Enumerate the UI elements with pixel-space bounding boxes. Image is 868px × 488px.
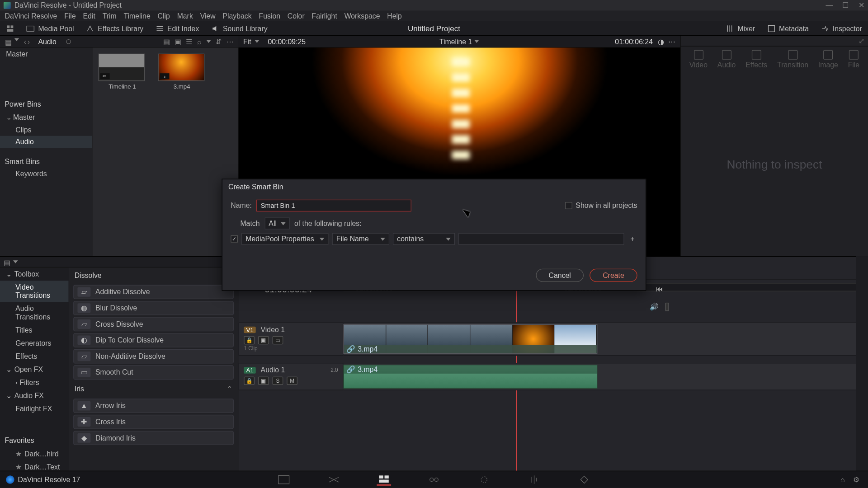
fx-cross-dissolve[interactable]: ▱Cross Dissolve [73, 317, 234, 332]
track-header-v1[interactable]: V1Video 1 🔒 ▣ ▭ 1 Clip [238, 322, 343, 356]
track-header-a1[interactable]: A1Audio 12.0 🔒 ▣ S M [238, 363, 343, 390]
inspector-toggle[interactable]: Inspector [815, 24, 868, 32]
edit-index-toggle[interactable]: Edit Index [149, 21, 205, 35]
lock-icon[interactable]: 🔒 [244, 336, 255, 344]
fx-generators[interactable]: Generators [0, 337, 69, 350]
page-fairlight[interactable] [527, 474, 542, 485]
fx-arrow-iris[interactable]: ▲Arrow Iris [73, 399, 234, 413]
timeline-name[interactable]: Timeline 1 [439, 37, 472, 45]
inspector-tab-file[interactable]: File [848, 50, 860, 69]
solo-button[interactable]: S [273, 376, 283, 385]
rule-category-select[interactable]: MediaPool Properties [241, 233, 329, 245]
fx-video-transitions[interactable]: Video Transitions [0, 281, 69, 302]
rule-operator-select[interactable]: contains [393, 233, 455, 245]
sound-library-toggle[interactable]: Sound Library [205, 21, 274, 35]
menu-fairlight[interactable]: Fairlight [312, 12, 337, 20]
menu-view[interactable]: View [200, 12, 216, 20]
menu-timeline[interactable]: Timeline [124, 12, 151, 20]
inspector-tab-video[interactable]: Video [689, 50, 708, 69]
fx-smooth-cut[interactable]: ▭Smooth Cut [73, 365, 234, 380]
auto-select-icon[interactable]: ▣ [258, 336, 269, 344]
sb-keywords[interactable]: Keywords [0, 168, 92, 180]
pb-clips[interactable]: Clips [0, 124, 92, 136]
page-color[interactable] [477, 474, 491, 485]
clip-3mp4[interactable]: ♪ 3.mp4 [158, 54, 205, 90]
rule-value-input[interactable] [458, 233, 624, 245]
lock-icon[interactable]: 🔒 [244, 376, 255, 385]
fx-panel-icon[interactable]: ▤ [4, 258, 11, 266]
fx-additive-dissolve[interactable]: ▱Additive Dissolve [73, 285, 234, 299]
match-mode-select[interactable]: All [264, 217, 289, 229]
nav-back-icon[interactable]: ‹ [24, 37, 26, 45]
chevron-down-icon[interactable] [255, 40, 260, 43]
viewer-options-icon[interactable]: ⋯ [668, 37, 675, 45]
fx-blur-dissolve[interactable]: ◍Blur Dissolve [73, 301, 234, 315]
bin-dropdown-icon[interactable] [14, 38, 19, 41]
minimize-button[interactable]: — [826, 1, 833, 9]
zoom-fit-label[interactable]: Fit [243, 37, 251, 45]
close-button[interactable]: ✕ [859, 1, 864, 9]
fav-1[interactable]: ★ Dark…hird [0, 447, 69, 460]
clip-timeline-1[interactable]: ▭ Timeline 1 [99, 54, 146, 90]
page-edit[interactable] [377, 474, 391, 485]
collapse-icon[interactable]: ⌃ [226, 385, 232, 393]
metadata-toggle[interactable]: Metadata [761, 24, 815, 32]
menu-fusion[interactable]: Fusion [259, 12, 281, 20]
volume-slider[interactable] [665, 303, 669, 311]
project-settings-icon[interactable]: ⚙ [853, 475, 860, 483]
fx-cross-iris[interactable]: ✚Cross Iris [73, 415, 234, 429]
bin-list-icon[interactable]: ▤ [5, 38, 12, 45]
menu-help[interactable]: Help [387, 12, 402, 20]
home-icon[interactable]: ⌂ [840, 475, 845, 483]
maximize-button[interactable]: ☐ [842, 1, 849, 9]
fx-titles[interactable]: Titles [0, 324, 69, 337]
fx-dip-to-color[interactable]: ◐Dip To Color Dissolve [73, 333, 234, 347]
audio-clip[interactable]: 🔗3.mp4 [344, 365, 598, 389]
show-all-checkbox[interactable] [565, 202, 572, 209]
add-rule-button[interactable]: + [628, 235, 637, 243]
fx-non-additive[interactable]: ▱Non-Additive Dissolve [73, 349, 234, 364]
rule-field-select[interactable]: File Name [332, 233, 390, 245]
cancel-button[interactable]: Cancel [536, 269, 584, 282]
options-icon[interactable]: ⋯ [226, 37, 234, 45]
inspector-tab-transition[interactable]: Transition [777, 50, 808, 69]
fx-filters[interactable]: ›Filters [0, 376, 69, 389]
menu-file[interactable]: File [64, 12, 76, 20]
page-deliver[interactable] [577, 474, 592, 485]
track-v1[interactable]: 🔗3.mp4 [344, 322, 856, 356]
menu-davinci[interactable]: DaVinci Resolve [5, 12, 57, 20]
view-grid-icon[interactable]: ▣ [175, 37, 181, 45]
rule-enabled-checkbox[interactable]: ✓ [231, 235, 238, 243]
bin-master[interactable]: Master [0, 47, 92, 61]
inspector-tab-audio[interactable]: Audio [717, 50, 736, 69]
sort-icon[interactable] [206, 40, 211, 43]
track-enable-icon[interactable]: ▭ [273, 336, 283, 344]
fx-openfx[interactable]: ⌄Open FX [0, 363, 69, 376]
speaker-icon[interactable]: 🔊 [650, 303, 659, 311]
pb-master[interactable]: ⌄Master [0, 111, 92, 124]
create-button[interactable]: Create [590, 269, 637, 282]
nav-fwd-icon[interactable]: › [28, 37, 30, 45]
menu-workspace[interactable]: Workspace [344, 12, 380, 20]
fx-diamond-iris[interactable]: ◆Diamond Iris [73, 431, 234, 445]
video-clip[interactable]: 🔗3.mp4 [344, 324, 598, 354]
chevron-down-icon[interactable] [13, 260, 18, 263]
inspector-tab-effects[interactable]: Effects [745, 50, 767, 69]
search-icon[interactable]: ⌕ [197, 37, 201, 45]
page-fusion[interactable] [427, 474, 441, 485]
pb-audio[interactable]: Audio [0, 136, 92, 148]
mute-button[interactable]: M [287, 376, 297, 385]
filter-icon[interactable]: ⇵ [216, 37, 222, 45]
prev-frame-button[interactable]: ⏮ [656, 285, 663, 293]
bypass-icon[interactable]: ◑ [658, 37, 664, 45]
fx-audiofx[interactable]: ⌄Audio FX [0, 389, 69, 402]
auto-select-icon[interactable]: ▣ [258, 376, 269, 385]
fx-audio-transitions[interactable]: Audio Transitions [0, 302, 69, 324]
inspector-expand-icon[interactable]: ⤢ [859, 37, 864, 45]
menu-trim[interactable]: Trim [103, 12, 117, 20]
page-media[interactable] [277, 474, 291, 485]
view-list-icon[interactable]: ☰ [186, 37, 193, 45]
mixer-toggle[interactable]: Mixer [720, 24, 761, 32]
menu-mark[interactable]: Mark [177, 12, 193, 20]
fx-fairlightfx[interactable]: Fairlight FX [0, 402, 69, 415]
